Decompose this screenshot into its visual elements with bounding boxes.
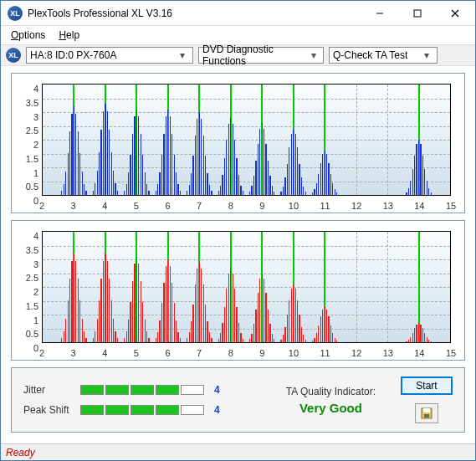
- ta-quality-block: TA Quality Indicator: Very Good: [286, 386, 376, 415]
- jitter-row: Jitter 4: [23, 384, 220, 396]
- y-tick: 0.5: [17, 329, 38, 339]
- meter-segment: [80, 385, 104, 395]
- y-tick: 0: [17, 196, 38, 206]
- meter-segment: [181, 405, 204, 415]
- peakshift-label: Peak Shift: [23, 404, 74, 416]
- y-tick: 0: [17, 343, 38, 353]
- x-tick: 7: [197, 201, 202, 211]
- x-tick: 5: [134, 201, 139, 211]
- jitter-value: 4: [214, 384, 220, 396]
- metrics: Jitter 4 Peak Shift 4: [23, 384, 220, 416]
- peakshift-row: Peak Shift 4: [23, 404, 220, 416]
- jitter-meter: [80, 385, 204, 395]
- window-title: PlexTools Professional XL V3.16: [28, 8, 361, 19]
- x-tick: 14: [414, 201, 424, 211]
- peakshift-meter: [80, 405, 204, 415]
- titlebar: XL PlexTools Professional XL V3.16: [1, 1, 475, 26]
- statusbar: Ready: [1, 443, 475, 460]
- save-results-button[interactable]: [415, 403, 438, 423]
- x-tick: 2: [39, 348, 44, 358]
- x-tick: 11: [320, 201, 330, 211]
- meter-segment: [156, 385, 179, 395]
- x-tick: 8: [228, 201, 233, 211]
- ta-quality-label: TA Quality Indicator:: [286, 386, 376, 397]
- x-tick: 14: [414, 348, 424, 358]
- test-select-value: Q-Check TA Test: [333, 49, 407, 61]
- meter-segment: [156, 405, 179, 415]
- function-select-value: DVD Diagnostic Functions: [202, 44, 308, 67]
- x-tick: 2: [39, 201, 44, 211]
- start-button[interactable]: Start: [401, 376, 453, 395]
- y-tick: 4: [17, 231, 38, 241]
- x-tick: 13: [383, 201, 393, 211]
- start-button-label: Start: [416, 380, 437, 392]
- results-panel: Jitter 4 Peak Shift 4 TA Quality Indicat…: [11, 367, 465, 433]
- drive-icon: XL: [6, 48, 21, 63]
- chart-panel-bottom: 00.511.522.533.5423456789101112131415: [11, 220, 465, 361]
- menu-help[interactable]: Help: [54, 28, 84, 43]
- status-text: Ready: [6, 447, 35, 458]
- x-tick: 4: [102, 201, 107, 211]
- toolbar: XL HA:8 ID:0 PX-760A ▾ DVD Diagnostic Fu…: [1, 44, 475, 66]
- y-tick: 1: [17, 168, 38, 178]
- x-tick: 15: [446, 201, 456, 211]
- x-tick: 11: [320, 348, 330, 358]
- meter-segment: [131, 405, 154, 415]
- x-tick: 3: [71, 201, 76, 211]
- chevron-down-icon: ▾: [176, 49, 189, 61]
- content-area: 00.511.522.533.5423456789101112131415 00…: [1, 66, 475, 436]
- y-tick: 3.5: [17, 98, 38, 108]
- svg-rect-6: [424, 414, 429, 417]
- x-tick: 9: [259, 201, 264, 211]
- x-tick: 13: [383, 348, 393, 358]
- y-tick: 2: [17, 140, 38, 150]
- action-buttons: Start: [401, 376, 453, 423]
- y-tick: 3.5: [17, 245, 38, 255]
- x-tick: 5: [134, 348, 139, 358]
- x-tick: 12: [351, 201, 361, 211]
- jitter-label: Jitter: [23, 384, 74, 396]
- drive-select[interactable]: HA:8 ID:0 PX-760A ▾: [26, 47, 193, 64]
- y-tick: 3: [17, 112, 38, 122]
- y-tick: 2: [17, 287, 38, 297]
- save-icon: [420, 407, 433, 420]
- menu-options[interactable]: Options: [6, 28, 50, 43]
- minimize-button[interactable]: [361, 1, 398, 25]
- chart-bottom: 00.511.522.533.5423456789101112131415: [17, 226, 459, 358]
- y-tick: 0.5: [17, 182, 38, 192]
- chevron-down-icon: ▾: [308, 49, 320, 61]
- x-tick: 15: [446, 348, 456, 358]
- close-button[interactable]: [436, 1, 473, 25]
- y-tick: 1: [17, 315, 38, 325]
- drive-select-value: HA:8 ID:0 PX-760A: [30, 49, 116, 61]
- x-tick: 9: [259, 348, 264, 358]
- svg-rect-1: [414, 10, 421, 17]
- y-tick: 3: [17, 259, 38, 269]
- x-tick: 8: [228, 348, 233, 358]
- y-tick: 4: [17, 84, 38, 94]
- chevron-down-icon: ▾: [420, 49, 433, 61]
- y-tick: 2.5: [17, 125, 38, 136]
- y-tick: 1.5: [17, 301, 38, 311]
- x-tick: 12: [351, 348, 361, 358]
- peakshift-value: 4: [214, 404, 220, 416]
- svg-rect-5: [423, 408, 430, 412]
- x-tick: 6: [165, 348, 170, 358]
- x-tick: 7: [197, 348, 202, 358]
- meter-segment: [181, 385, 204, 395]
- y-tick: 1.5: [17, 154, 38, 164]
- x-tick: 10: [289, 201, 299, 211]
- x-tick: 10: [289, 348, 299, 358]
- x-tick: 4: [102, 348, 107, 358]
- app-icon: XL: [8, 6, 23, 21]
- chart-panel-top: 00.511.522.533.5423456789101112131415: [11, 73, 465, 213]
- y-tick: 2.5: [17, 273, 38, 283]
- function-select[interactable]: DVD Diagnostic Functions ▾: [198, 47, 324, 64]
- test-select[interactable]: Q-Check TA Test ▾: [329, 47, 438, 64]
- menubar: Options Help: [1, 26, 475, 44]
- ta-quality-value: Very Good: [299, 401, 362, 415]
- chart-top: 00.511.522.533.5423456789101112131415: [17, 79, 459, 211]
- maximize-button[interactable]: [398, 1, 436, 25]
- x-tick: 6: [165, 201, 170, 211]
- meter-segment: [105, 385, 129, 395]
